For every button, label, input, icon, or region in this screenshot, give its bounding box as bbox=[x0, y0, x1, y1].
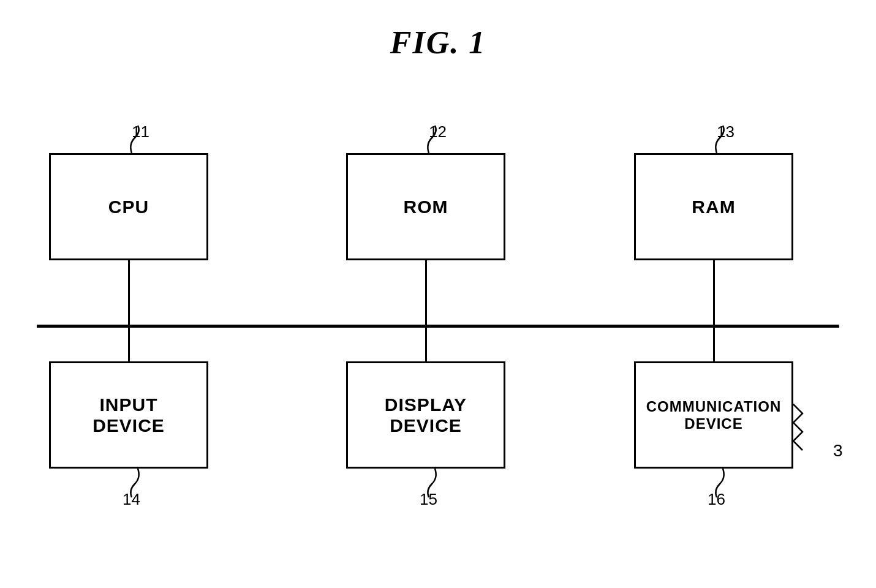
ref-3: 3 bbox=[833, 441, 843, 461]
figure-title: FIG. 1 bbox=[0, 24, 876, 61]
ram-bottom-connector bbox=[713, 260, 715, 326]
rom-bottom-connector bbox=[425, 260, 427, 326]
input-label: INPUTDEVICE bbox=[93, 394, 165, 436]
ref-13: 13 bbox=[717, 123, 734, 141]
cpu-box: CPU bbox=[49, 153, 208, 260]
display-label: DISPLAYDEVICE bbox=[385, 394, 467, 436]
ref-15: 15 bbox=[420, 490, 437, 509]
input-device-box: INPUTDEVICE bbox=[49, 361, 208, 469]
ram-label: RAM bbox=[692, 197, 735, 217]
ref-14: 14 bbox=[123, 490, 140, 509]
rom-box: ROM bbox=[346, 153, 505, 260]
diagram-container: FIG. 1 CPU ROM RAM INPUTDEVICE DISPLAYDE… bbox=[0, 0, 876, 588]
comm-label: COMMUNICATIONDEVICE bbox=[646, 398, 782, 432]
rom-label: ROM bbox=[404, 197, 448, 217]
ref-11: 11 bbox=[132, 123, 149, 141]
ram-box: RAM bbox=[634, 153, 793, 260]
cpu-label: CPU bbox=[108, 197, 149, 217]
input-top-connector bbox=[128, 326, 130, 363]
display-top-connector bbox=[425, 326, 427, 363]
ref-16: 16 bbox=[708, 490, 725, 509]
ref-12: 12 bbox=[429, 123, 447, 141]
comm-device-box: COMMUNICATIONDEVICE bbox=[634, 361, 793, 469]
bus-line bbox=[37, 325, 839, 328]
display-device-box: DISPLAYDEVICE bbox=[346, 361, 505, 469]
comm-top-connector bbox=[713, 326, 715, 363]
cpu-bottom-connector bbox=[128, 260, 130, 326]
